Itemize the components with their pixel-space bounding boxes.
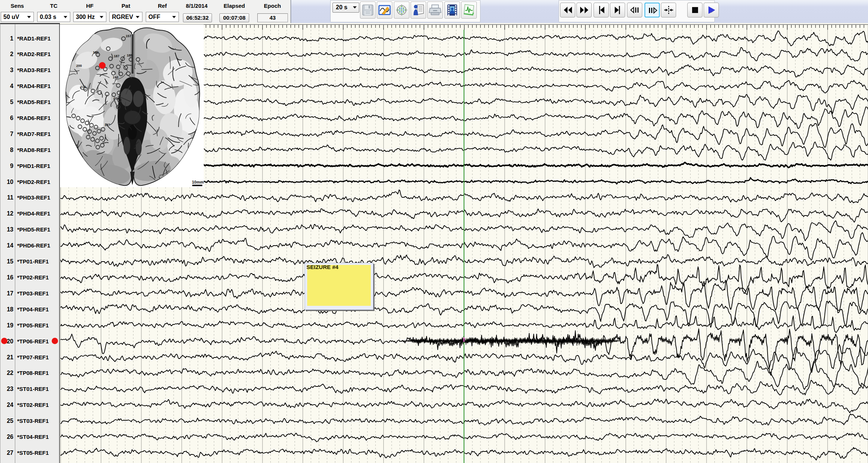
svg-text:157: 157 <box>126 34 131 38</box>
svg-text:187: 187 <box>114 54 119 58</box>
svg-text:200: 200 <box>76 64 82 68</box>
svg-text:10mm: 10mm <box>192 180 204 184</box>
svg-text:160: 160 <box>93 51 99 54</box>
svg-text:137: 137 <box>105 123 110 127</box>
svg-text:193: 193 <box>113 75 118 79</box>
svg-text:185: 185 <box>127 54 132 57</box>
svg-text:209: 209 <box>114 97 119 100</box>
svg-text:216: 216 <box>80 85 86 89</box>
